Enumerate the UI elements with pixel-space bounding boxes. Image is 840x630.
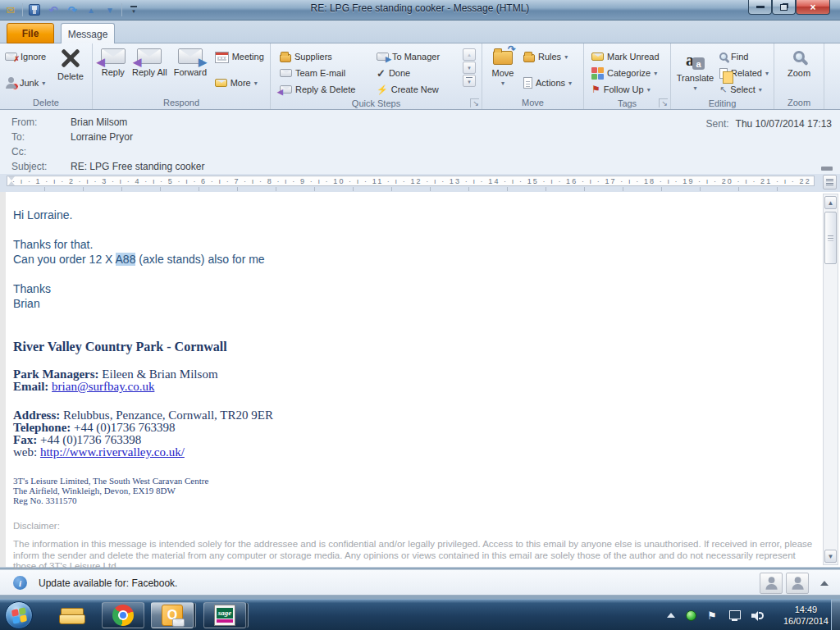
ribbon-group-delete: ✗ Ignore Junk ▾ Delete Delete xyxy=(0,43,93,109)
quick-steps-scroll-down[interactable]: ▾ xyxy=(463,62,476,74)
zoom-icon xyxy=(793,51,805,62)
tab-message[interactable]: Message xyxy=(61,23,115,44)
categorize-icon xyxy=(591,67,604,80)
forward-button[interactable]: ▶ Forward xyxy=(168,45,212,97)
group-label-move: Move xyxy=(482,97,583,109)
related-button[interactable]: Related ▾ xyxy=(717,65,771,81)
done-check-icon: ✓ xyxy=(377,67,386,80)
team-email-icon xyxy=(280,69,292,77)
contact-avatar[interactable] xyxy=(760,573,783,594)
hanging-indent-marker[interactable] xyxy=(8,181,15,185)
more-button[interactable]: More ▾ xyxy=(212,75,267,91)
quick-steps-more-button[interactable]: ▾ xyxy=(463,75,476,87)
scrollbar-thumb[interactable] xyxy=(824,212,837,264)
chevron-down-icon: ▾ xyxy=(765,70,769,77)
update-notification-text[interactable]: Update available for: Facebook. xyxy=(39,578,177,589)
tray-status-icon[interactable] xyxy=(686,610,696,621)
taskbar-clock[interactable]: 14:49 16/07/2014 xyxy=(783,604,829,627)
body-content: Hi Lorraine. Thanks for that. Can you or… xyxy=(13,208,807,573)
quick-step-create-new[interactable]: ⚡ Create New xyxy=(374,81,459,98)
meeting-button[interactable]: Meeting xyxy=(212,48,267,65)
body-line-highlighted: Can you order 12 X A88 (axle stands) als… xyxy=(13,252,807,267)
signoff-line: Brian xyxy=(13,296,807,311)
minimize-icon xyxy=(756,6,765,8)
quick-step-done[interactable]: ✓ Done xyxy=(374,65,459,81)
ignore-button[interactable]: ✗ Ignore xyxy=(2,48,52,65)
action-center-flag-icon[interactable]: ⚑ xyxy=(707,610,717,621)
vertical-scrollbar[interactable]: ▲ ▼ xyxy=(823,194,838,565)
web-line: web: http://www.rivervalley.co.uk/ xyxy=(13,446,807,459)
zoom-button[interactable]: Zoom xyxy=(778,45,819,97)
actions-button[interactable]: Actions ▾ xyxy=(521,75,580,91)
select-button[interactable]: ↖ Select ▾ xyxy=(717,81,771,98)
junk-icon xyxy=(5,77,16,89)
clock-date: 16/07/2014 xyxy=(783,615,829,627)
find-button[interactable]: Find xyxy=(717,48,771,65)
translate-button[interactable]: aa Translate ▾ xyxy=(673,45,717,98)
taskbar-item-outlook[interactable]: O xyxy=(151,602,194,628)
chevron-down-icon: ▾ xyxy=(654,70,657,77)
sent-label: Sent: xyxy=(706,118,729,130)
quick-steps-dialog-launcher[interactable]: ↘ xyxy=(470,98,479,107)
message-body[interactable]: Hi Lorraine. Thanks for that. Can you or… xyxy=(0,192,840,568)
person-icon xyxy=(791,577,803,589)
translate-icon: aa xyxy=(686,48,705,70)
rules-icon xyxy=(523,54,535,62)
start-button[interactable] xyxy=(5,601,33,629)
email-link[interactable]: brian@surfbay.co.uk xyxy=(52,380,154,393)
reply-delete-icon: ◀ xyxy=(280,85,292,94)
restore-icon xyxy=(780,4,788,11)
first-line-indent-marker[interactable] xyxy=(8,176,15,180)
quick-step-team-email[interactable]: Team E-mail xyxy=(277,65,374,81)
rules-button[interactable]: Rules ▾ xyxy=(521,48,580,65)
show-desktop-button[interactable] xyxy=(831,600,840,630)
minimize-button[interactable] xyxy=(748,0,772,15)
quick-step-to-manager[interactable]: ▶ To Manager xyxy=(374,48,459,65)
taskbar-item-explorer[interactable] xyxy=(51,602,94,628)
mark-unread-icon xyxy=(591,52,604,61)
company-line-2: The Airfield, Winkleigh, Devon, EX19 8DW xyxy=(13,486,807,495)
reply-button[interactable]: ◀ Reply xyxy=(95,45,131,97)
categorize-button[interactable]: Categorize ▾ xyxy=(589,65,668,81)
quick-step-reply-delete[interactable]: ◀ Reply & Delete xyxy=(277,81,374,98)
volume-icon[interactable] xyxy=(751,610,766,621)
ribbon-group-zoom: Zoom Zoom xyxy=(774,43,824,109)
network-icon[interactable] xyxy=(728,610,741,621)
contact-avatar[interactable] xyxy=(786,573,809,594)
reply-all-button[interactable]: ◀ Reply All xyxy=(131,45,169,97)
taskbar-item-chrome[interactable] xyxy=(102,602,144,628)
telephone-line: Telephone: +44 (0)1736 763398 xyxy=(13,422,807,434)
taskbar-item-sage[interactable]: sage xyxy=(203,602,246,628)
delete-button[interactable]: Delete xyxy=(52,45,89,97)
to-label: To: xyxy=(11,131,25,143)
cc-label: Cc: xyxy=(11,146,26,158)
restore-button[interactable] xyxy=(772,0,796,15)
ribbon-tab-row: File Message xyxy=(0,21,840,43)
more-respond-icon xyxy=(215,79,227,87)
ruler-toggle-button[interactable] xyxy=(823,175,837,189)
ribbon-group-move: ↷ Move ▾ Rules ▾ Actions ▾ xyxy=(482,43,584,109)
scroll-up-button[interactable]: ▲ xyxy=(824,196,837,209)
chevron-down-icon: ▾ xyxy=(693,84,696,94)
tab-file[interactable]: File xyxy=(7,23,54,43)
split-handle[interactable] xyxy=(821,167,833,171)
expand-people-pane-icon[interactable] xyxy=(820,581,829,586)
forward-icon: ▶ xyxy=(178,48,203,64)
sent-value: Thu 10/07/2014 17:13 xyxy=(736,118,832,130)
move-button[interactable]: ↷ Move ▾ xyxy=(485,45,521,97)
tags-dialog-launcher[interactable]: ↘ xyxy=(659,98,668,107)
mark-unread-button[interactable]: Mark Unread xyxy=(589,48,668,65)
close-button[interactable]: × xyxy=(796,0,830,15)
create-new-icon: ⚡ xyxy=(377,84,388,95)
follow-up-button[interactable]: ⚑ Follow Up ▾ xyxy=(589,81,668,98)
quick-steps-scroll-up[interactable]: ▴ xyxy=(463,48,476,61)
ribbon-group-quick-steps: Suppliers Team E-mail ◀ Reply & Delete ▶… xyxy=(271,43,482,109)
quick-step-suppliers[interactable]: Suppliers xyxy=(277,48,374,65)
clock-time: 14:49 xyxy=(783,604,829,615)
website-link[interactable]: http://www.rivervalley.co.uk/ xyxy=(40,445,185,459)
junk-button[interactable]: Junk ▾ xyxy=(2,75,52,91)
quick-steps-scroll: ▴ ▾ ▾ xyxy=(463,45,476,98)
scroll-down-button[interactable]: ▼ xyxy=(824,550,837,563)
show-hidden-icons-button[interactable] xyxy=(667,613,675,618)
horizontal-ruler[interactable]: · ı · 1 · ı · 2 · ı · 3 · ı · 4 · ı · 5 … xyxy=(7,176,815,186)
